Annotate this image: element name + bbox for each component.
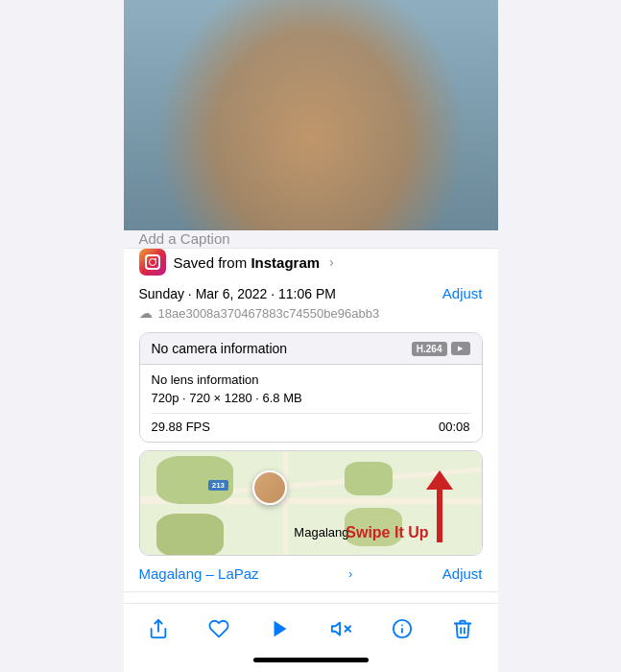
map-forest-4: [156, 514, 224, 555]
camera-body: No lens information 720p · 720 × 1280 · …: [140, 365, 482, 442]
map-forest-3: [345, 462, 393, 495]
map-background: 213 Magalang Swipe It Up: [140, 451, 482, 555]
map-location-label: Magalang: [294, 525, 348, 540]
home-indicator: [124, 652, 498, 672]
adjust-button[interactable]: Adjust: [442, 285, 483, 301]
date-text: Sunday · Mar 6, 2022 · 11:06 PM: [139, 286, 336, 301]
map-pin-photo: [252, 470, 287, 505]
map-container[interactable]: 213 Magalang Swipe It Up: [139, 450, 483, 556]
mute-button[interactable]: [325, 613, 356, 644]
swipe-label: Swipe It Up: [346, 524, 428, 541]
map-link-chevron: ›: [348, 566, 352, 581]
photo-area: [124, 0, 498, 230]
svg-marker-1: [274, 621, 286, 637]
map-adjust-button[interactable]: Adjust: [442, 565, 483, 582]
road-sign: 213: [208, 480, 228, 491]
arrow-shaft: [437, 490, 442, 542]
map-link-row[interactable]: Magalang – LaPaz › Adjust: [139, 565, 483, 591]
play-button[interactable]: [265, 613, 296, 644]
share-button[interactable]: [143, 613, 174, 644]
duration-text: 00:08: [439, 420, 470, 434]
hash-row: ☁ 18ae3008a370467883c74550be96abb3: [139, 305, 483, 321]
arrow-annotation: [426, 470, 453, 542]
lens-info: No lens information: [152, 372, 470, 387]
cloud-icon: ☁: [139, 305, 153, 321]
info-button[interactable]: [387, 613, 418, 644]
map-pin: [252, 470, 287, 505]
map-link-text[interactable]: Magalang – LaPaz: [139, 565, 259, 582]
arrow-head: [426, 470, 453, 490]
video-badge: [451, 342, 470, 355]
source-row[interactable]: Saved from Instagram ›: [139, 249, 483, 276]
instagram-icon: [139, 249, 166, 276]
scroll-content: Add a Caption Saved from Instagram › Sun…: [124, 230, 498, 603]
camera-title: No camera information: [152, 341, 288, 356]
fps-row: 29.88 FPS 00:08: [152, 413, 470, 434]
camera-badges: H.264: [412, 342, 470, 356]
hash-text: 18ae3008a370467883c74550be96abb3: [158, 306, 380, 321]
home-bar: [253, 658, 369, 662]
bottom-toolbar: [124, 603, 498, 652]
heart-button[interactable]: [203, 613, 234, 644]
fps-text: 29.88 FPS: [152, 420, 210, 434]
caption-area: Add a Caption: [124, 230, 498, 248]
source-chevron: ›: [329, 254, 334, 270]
camera-header: No camera information H.264: [140, 333, 482, 365]
codec-badge: H.264: [412, 342, 447, 356]
date-row: Sunday · Mar 6, 2022 · 11:06 PM Adjust: [139, 285, 483, 301]
caption-placeholder: Add a Caption: [139, 230, 230, 247]
camera-specs: 720p · 720 × 1280 · 6.8 MB: [152, 391, 470, 405]
source-label: Saved from Instagram: [174, 254, 321, 271]
camera-box: No camera information H.264 No lens info…: [139, 332, 483, 443]
svg-marker-2: [332, 623, 340, 636]
info-card: Saved from Instagram › Sunday · Mar 6, 2…: [124, 248, 498, 592]
trash-button[interactable]: [447, 613, 478, 644]
